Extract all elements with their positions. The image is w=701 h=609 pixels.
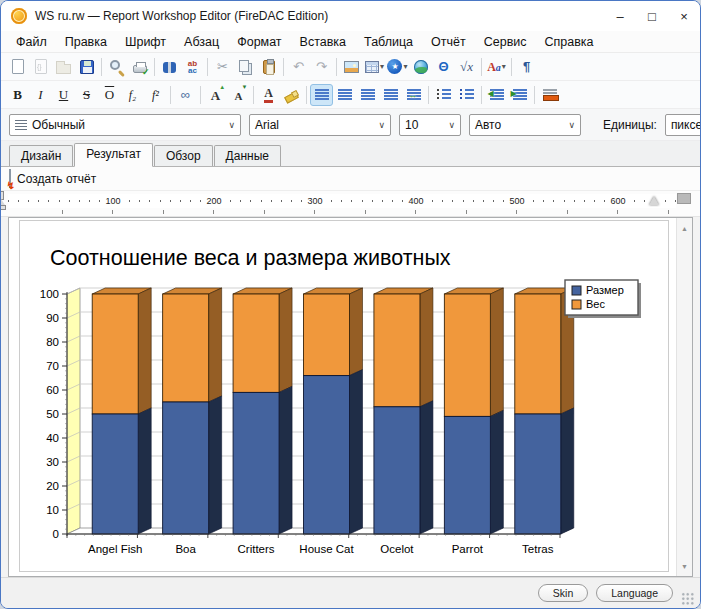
menu-item-insert[interactable]: Вставка [291, 33, 355, 51]
fit-width-icon[interactable] [402, 84, 425, 106]
paragraph-shading-icon[interactable] [538, 84, 561, 106]
cut-icon[interactable]: ✂ [211, 56, 234, 78]
strikethrough-icon[interactable]: S [75, 84, 98, 106]
menu-item-edit[interactable]: Правка [56, 33, 116, 51]
ruler-number: 100 [102, 194, 123, 208]
insert-hyperlink-icon[interactable] [409, 56, 432, 78]
svg-text:30: 30 [46, 456, 59, 468]
ruler-corner-block [677, 193, 691, 204]
shrink-font-icon[interactable] [227, 84, 250, 106]
menu-item-paragraph[interactable]: Абзац [175, 33, 228, 51]
create-report-icon [9, 170, 11, 188]
numbered-list-icon[interactable] [455, 84, 478, 106]
stacked-bar-chart: 0102030405060708090100Angel FishBoaCritt… [28, 231, 673, 571]
report-actions-bar: Создать отчёт [1, 167, 700, 191]
insert-formula-icon[interactable]: √x [455, 56, 478, 78]
glasses-icon[interactable]: ∞ [174, 84, 197, 106]
overline-icon[interactable]: O [98, 84, 121, 106]
menu-item-help[interactable]: Справка [536, 33, 603, 51]
highlight-color-icon[interactable] [280, 84, 303, 106]
tab-design[interactable]: Дизайн [9, 145, 73, 166]
report-chart: 0102030405060708090100Angel FishBoaCritt… [28, 231, 673, 571]
skin-button[interactable]: Skin [538, 584, 588, 602]
language-button[interactable]: Language [596, 584, 673, 602]
close-button[interactable]: × [668, 1, 700, 31]
svg-text:Tetras: Tetras [522, 543, 554, 555]
vertical-scrollbar[interactable] [676, 218, 692, 576]
menu-item-service[interactable]: Сервис [475, 33, 536, 51]
italic-icon[interactable]: I [29, 84, 52, 106]
print-icon[interactable] [128, 56, 151, 78]
new-from-template-icon[interactable]: {} [29, 56, 52, 78]
bullet-list-icon[interactable] [432, 84, 455, 106]
toolbar-separator [207, 58, 208, 76]
grow-font-icon[interactable] [204, 84, 227, 106]
menu-item-font[interactable]: Шрифт [116, 33, 175, 51]
tab-preview[interactable]: Обзор [154, 145, 213, 166]
toolbar-separator [511, 58, 512, 76]
chevron-down-icon [448, 120, 455, 130]
right-indent-marker[interactable] [649, 196, 659, 205]
svg-text:Ocelot: Ocelot [380, 543, 414, 555]
redo-icon[interactable]: ↷ [310, 56, 333, 78]
align-left-icon[interactable] [310, 84, 333, 106]
bold-icon[interactable]: B [6, 84, 29, 106]
zoom-combo[interactable]: Авто [469, 114, 581, 136]
font-combo[interactable]: Arial [249, 114, 391, 136]
replace-icon[interactable] [181, 56, 204, 78]
underline-icon[interactable]: U [52, 84, 75, 106]
save-icon[interactable] [75, 56, 98, 78]
svg-text:Boa: Boa [175, 543, 196, 555]
units-combo[interactable]: пиксели [665, 114, 700, 136]
superscript-icon[interactable]: f² [144, 84, 167, 106]
justify-icon[interactable] [379, 84, 402, 106]
svg-text:Соотношение веса и размера жив: Соотношение веса и размера животных [50, 246, 451, 270]
print-preview-icon[interactable] [105, 56, 128, 78]
resize-grip-icon[interactable] [681, 592, 694, 605]
menu-item-file[interactable]: Файл [7, 33, 56, 51]
copy-icon[interactable] [234, 56, 257, 78]
tab-result[interactable]: Результат [74, 143, 153, 167]
font-color-icon[interactable] [257, 84, 280, 106]
formatting-marks-icon[interactable]: ¶ [515, 56, 538, 78]
ruler-number: 500 [506, 194, 527, 208]
insert-table-icon[interactable]: ▾ [363, 56, 386, 78]
tab-data[interactable]: Данные [214, 145, 281, 166]
insert-symbol-icon[interactable]: Θ [432, 56, 455, 78]
svg-text:Размер: Размер [586, 284, 624, 296]
toolbar-separator [306, 86, 307, 104]
align-right-icon[interactable] [356, 84, 379, 106]
scroll-up-icon[interactable] [677, 220, 692, 236]
subscript-icon[interactable]: f₂ [121, 84, 144, 106]
menu-item-report[interactable]: Отчёт [422, 33, 475, 51]
insert-shape-icon[interactable]: ▾ [386, 56, 409, 78]
new-document-icon[interactable] [6, 56, 29, 78]
find-icon[interactable] [158, 56, 181, 78]
insert-image-icon[interactable] [340, 56, 363, 78]
chevron-down-icon [228, 120, 235, 130]
chevron-down-icon: ▾ [502, 62, 506, 71]
font-dialog-icon[interactable]: ▾ [485, 56, 508, 78]
minimize-button[interactable]: – [604, 1, 636, 31]
create-report-button[interactable]: Создать отчёт [17, 172, 96, 186]
chevron-down-icon: ▾ [380, 62, 384, 71]
document-page[interactable]: 0102030405060708090100Angel FishBoaCritt… [19, 220, 669, 572]
paste-icon[interactable] [257, 56, 280, 78]
style-combo[interactable]: Обычный [9, 114, 241, 136]
menu-item-table[interactable]: Таблица [355, 33, 422, 51]
menu-item-format[interactable]: Формат [228, 33, 290, 51]
toolbar-separator [170, 86, 171, 104]
maximize-button[interactable]: □ [636, 1, 668, 31]
menu-bar: ФайлПравкаШрифтАбзацФорматВставкаТаблица… [1, 31, 700, 53]
undo-icon[interactable]: ↶ [287, 56, 310, 78]
decrease-indent-icon[interactable] [485, 84, 508, 106]
font-size-combo[interactable]: 10 [399, 114, 461, 136]
font-size-combo-value: 10 [405, 118, 418, 132]
open-folder-icon[interactable] [52, 56, 75, 78]
toolbar-separator [200, 86, 201, 104]
ruler-minor-ticks [8, 210, 676, 214]
increase-indent-icon[interactable] [508, 84, 531, 106]
align-center-icon[interactable] [333, 84, 356, 106]
left-indent-marker[interactable] [0, 205, 6, 210]
scroll-down-icon[interactable] [677, 558, 692, 574]
